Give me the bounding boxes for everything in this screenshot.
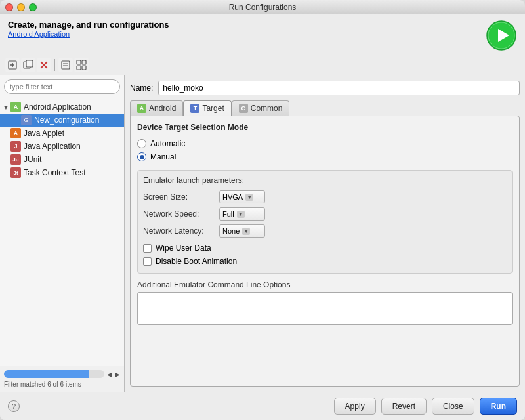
tree-item-task[interactable]: ▶ Jt Task Context Test <box>0 166 124 179</box>
device-section-title: Device Target Selection Mode <box>137 123 513 132</box>
screen-size-label: Screen Size: <box>143 192 215 201</box>
tree-item-android-app[interactable]: ▼ A Android Application <box>0 100 124 114</box>
prev-filter-btn[interactable]: ◀ <box>107 371 112 378</box>
window-controls[interactable] <box>0 3 37 11</box>
toolbar-sep-1 <box>54 59 55 71</box>
java-icon: J <box>10 141 21 152</box>
network-speed-label: Network Speed: <box>143 209 215 219</box>
run-icon <box>486 20 517 51</box>
radio-automatic-circle <box>137 139 146 148</box>
bottom-right: Apply Revert Close Run <box>334 398 517 415</box>
common-tab-icon: C <box>239 104 248 113</box>
network-latency-row: Network Latency: None ▼ <box>143 224 507 238</box>
maximize-window-btn[interactable] <box>29 3 37 11</box>
network-latency-arrow: ▼ <box>242 228 250 235</box>
disable-boot-checkbox[interactable]: Disable Boot Animation <box>143 255 507 268</box>
radio-automatic[interactable]: Automatic <box>137 137 513 150</box>
tree-item-java-applet[interactable]: ▶ A Java Applet <box>0 127 124 140</box>
additional-input[interactable] <box>137 292 513 325</box>
tree-item-new-config[interactable]: G New_configuration <box>0 114 124 127</box>
svg-rect-14 <box>82 60 86 64</box>
wipe-user-box <box>143 244 152 253</box>
title-bar: Run Configurations <box>0 0 525 14</box>
android-tab-icon: A <box>137 104 146 113</box>
sidebar: ▼ A Android Application G New_configurat… <box>0 75 125 392</box>
next-filter-btn[interactable]: ▶ <box>115 371 120 378</box>
target-panel: Device Target Selection Mode Automatic M… <box>130 116 520 387</box>
name-input[interactable] <box>158 81 520 95</box>
revert-btn[interactable]: Revert <box>381 398 427 415</box>
network-speed-arrow: ▼ <box>237 211 245 218</box>
run-btn[interactable]: Run <box>480 398 517 415</box>
minimize-window-btn[interactable] <box>17 3 25 11</box>
filter-btn-2[interactable] <box>74 58 89 72</box>
tree-item-junit[interactable]: ▶ Ju JUnit <box>0 153 124 166</box>
screen-size-select[interactable]: HVGA ▼ <box>219 190 265 203</box>
svg-rect-10 <box>62 61 70 69</box>
radio-group: Automatic Manual <box>137 137 513 163</box>
duplicate-btn[interactable] <box>21 58 35 72</box>
filter-btn-1[interactable] <box>58 58 73 72</box>
tree-arrow-android: ▼ <box>3 104 10 111</box>
emulator-title: Emulator launch parameters: <box>143 176 507 185</box>
junit-icon: Ju <box>10 154 21 165</box>
applet-icon: A <box>10 128 21 138</box>
screen-size-arrow: ▼ <box>245 194 253 201</box>
additional-title: Additional Emulator Command Line Options <box>137 280 513 289</box>
radio-manual-circle <box>137 152 146 161</box>
svg-rect-15 <box>77 66 81 70</box>
emulator-section: Emulator launch parameters: Screen Size:… <box>137 170 513 274</box>
new-config-btn[interactable] <box>5 58 20 72</box>
header-text: Create, manage, and run configurations A… <box>8 20 169 39</box>
main-container: Create, manage, and run configurations A… <box>0 14 525 420</box>
apply-btn[interactable]: Apply <box>334 398 376 415</box>
network-latency-select[interactable]: None ▼ <box>219 224 265 238</box>
radio-manual[interactable]: Manual <box>137 150 513 163</box>
header: Create, manage, and run configurations A… <box>0 14 525 55</box>
additional-section: Additional Emulator Command Line Options <box>137 280 513 327</box>
svg-rect-13 <box>77 60 81 64</box>
screen-size-row: Screen Size: HVGA ▼ <box>143 190 507 203</box>
tree-area: ▼ A Android Application G New_configurat… <box>0 98 124 366</box>
window-title: Run Configurations <box>229 3 297 12</box>
bottom-left: ? <box>8 400 20 412</box>
header-subtitle[interactable]: Android Application <box>8 30 70 38</box>
search-input[interactable] <box>4 79 120 94</box>
bottom-bar: ? Apply Revert Close Run <box>0 392 525 420</box>
body-area: ▼ A Android Application G New_configurat… <box>0 75 525 392</box>
name-label: Name: <box>130 83 153 93</box>
android-icon: A <box>10 102 21 112</box>
disable-boot-box <box>143 257 152 266</box>
config-gear-icon: G <box>21 115 32 125</box>
toolbar <box>0 55 525 75</box>
delete-btn[interactable] <box>37 58 51 72</box>
tree-item-java-app[interactable]: ▶ J Java Application <box>0 140 124 153</box>
close-btn[interactable]: Close <box>432 398 474 415</box>
tab-bar: A Android T Target C Common <box>130 100 520 116</box>
sidebar-bottom: ◀ ▶ Filter matched 6 of 6 items <box>0 366 124 392</box>
search-box[interactable] <box>4 79 120 94</box>
filter-status: Filter matched 6 of 6 items <box>4 381 120 388</box>
tab-target[interactable]: T Target <box>183 100 231 116</box>
svg-rect-16 <box>82 66 86 70</box>
svg-rect-7 <box>26 60 33 67</box>
tab-common[interactable]: C Common <box>232 100 290 116</box>
close-window-btn[interactable] <box>5 3 13 11</box>
wipe-user-checkbox[interactable]: Wipe User Data <box>143 242 507 255</box>
target-tab-icon: T <box>190 104 200 113</box>
network-latency-label: Network Latency: <box>143 226 215 236</box>
radio-manual-dot <box>140 155 144 159</box>
tab-android[interactable]: A Android <box>130 100 183 116</box>
header-title: Create, manage, and run configurations <box>8 20 169 30</box>
task-icon: Jt <box>10 167 21 178</box>
network-speed-select[interactable]: Full ▼ <box>219 207 265 220</box>
content-area: Name: A Android T Target C Common <box>125 75 525 392</box>
help-btn[interactable]: ? <box>8 400 20 412</box>
network-speed-row: Network Speed: Full ▼ <box>143 207 507 220</box>
name-row: Name: <box>130 81 520 95</box>
